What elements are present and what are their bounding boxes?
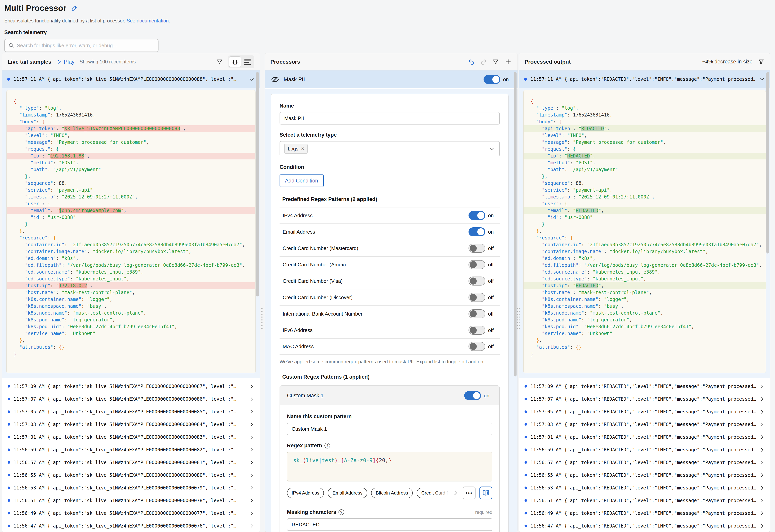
chevron-right-icon[interactable] [249,434,254,440]
pattern-toggle[interactable] [469,342,485,351]
chevron-right-icon[interactable] [759,485,765,491]
log-row[interactable]: 11:56:47 AM {"api_token":"sk_live_51NWz4… [5,520,257,531]
pattern-toggle[interactable] [469,309,485,318]
log-row[interactable]: 11:56:55 AM {"api_token":"sk_live_51NWz4… [5,470,257,481]
pattern-toggle[interactable] [469,293,485,302]
chevron-right-icon[interactable] [759,409,765,415]
regex-pattern-code[interactable]: sk_(live|test)_[A-Za-z0-9]{20,} [287,452,492,481]
log-row[interactable]: 11:56:51 AM {"api_token":"sk_live_51NWz4… [5,495,257,506]
log-row[interactable]: 11:56:59 AM {"api_token":"REDACTED","lev… [522,444,767,455]
log-row[interactable]: 11:57:03 AM {"api_token":"REDACTED","lev… [522,419,767,430]
log-row[interactable]: 11:57:05 AM {"api_token":"REDACTED","lev… [522,406,767,417]
pattern-toggle[interactable] [469,227,485,236]
list-view-button[interactable] [242,56,253,67]
search-box[interactable] [4,39,158,52]
chevron-down-icon[interactable] [759,76,765,82]
log-row[interactable]: 11:56:53 AM {"api_token":"REDACTED","lev… [522,482,767,493]
regex-suggestion-chip[interactable]: Email Address [328,488,367,498]
chevron-right-icon[interactable] [759,447,765,453]
see-documentation-link[interactable]: See documentation. [127,18,170,23]
masking-characters-input[interactable] [287,518,492,531]
chevron-right-icon[interactable] [759,523,765,529]
chevron-right-icon[interactable] [759,422,765,427]
live-tail-filter-button[interactable] [216,58,223,65]
redo-button[interactable] [480,58,487,65]
log-row[interactable]: 11:57:01 AM {"api_token":"REDACTED","lev… [522,431,767,443]
regex-suggestion-chip[interactable]: IPv4 Address [287,488,324,498]
chevron-right-icon[interactable] [249,409,254,415]
chevron-right-icon[interactable] [249,396,254,402]
custom-pattern-row[interactable]: Custom Mask 1 on [280,386,499,405]
undo-button[interactable] [468,58,475,65]
log-row[interactable]: 11:56:53 AM {"api_token":"sk_live_51NWz4… [5,482,257,493]
log-row[interactable]: 11:57:07 AM {"api_token":"REDACTED","lev… [522,393,767,405]
log-row[interactable]: 11:57:09 AM {"api_token":"sk_live_51NWz4… [5,381,257,392]
remove-chip-icon[interactable]: × [301,146,304,152]
chevron-right-icon[interactable] [249,523,254,529]
log-row[interactable]: 11:57:03 AM {"api_token":"sk_live_51NWz4… [5,419,257,430]
edit-title-icon[interactable] [71,4,78,12]
pattern-toggle[interactable] [469,326,485,335]
chevron-right-icon[interactable] [249,498,254,503]
regex-suggestion-chip[interactable]: Bitcoin Address [371,488,413,498]
chevron-down-icon[interactable] [248,76,255,82]
processor-name-input[interactable] [279,112,500,125]
log-row[interactable]: 11:57:05 AM {"api_token":"sk_live_51NWz4… [5,406,257,417]
log-row[interactable]: 11:57:09 AM {"api_token":"REDACTED","lev… [522,381,767,392]
add-processor-button[interactable] [504,58,512,66]
panel-resize-handle[interactable] [517,307,520,331]
telemetry-type-select[interactable]: Logs × [279,141,500,156]
processor-toggle[interactable] [484,75,500,84]
log-row[interactable]: 11:56:47 AM {"api_token":"REDACTED","lev… [522,520,767,531]
regex-suggestion-chip[interactable]: Credit Card Numb [417,488,448,498]
processors-filter-button[interactable] [492,58,499,65]
chevron-right-icon[interactable] [759,460,765,465]
log-row[interactable]: 11:56:57 AM {"api_token":"sk_live_51NWz4… [5,457,257,468]
live-tail-expanded-row[interactable]: 11:57:11 AM {"api_token":"sk_live_51NWz4… [2,70,260,88]
help-icon[interactable]: ? [338,509,344,515]
add-condition-button[interactable]: Add Condition [279,174,324,187]
pattern-toggle[interactable] [469,244,485,253]
chevron-right-icon[interactable] [759,498,765,503]
chevron-right-icon[interactable] [249,384,254,389]
pattern-toggle[interactable] [469,211,485,220]
search-input[interactable] [17,43,155,49]
log-row[interactable]: 11:56:59 AM {"api_token":"sk_live_51NWz4… [5,444,257,455]
chevron-right-icon[interactable] [759,384,765,389]
chips-scroll-right-icon[interactable] [452,490,459,496]
log-row[interactable]: 11:57:01 AM {"api_token":"sk_live_51NWz4… [5,431,257,443]
live-tail-scrollbar[interactable] [256,72,259,296]
chevron-right-icon[interactable] [249,511,254,516]
log-row[interactable]: 11:56:57 AM {"api_token":"REDACTED","lev… [522,457,767,468]
chevron-right-icon[interactable] [759,396,765,402]
chevron-right-icon[interactable] [759,511,765,516]
chevron-right-icon[interactable] [759,472,765,478]
panel-resize-handle[interactable] [260,307,264,331]
chevron-right-icon[interactable] [249,447,254,453]
pattern-toggle[interactable] [469,277,485,286]
chevron-right-icon[interactable] [249,472,254,478]
processor-row-mask-pii[interactable]: Mask PII on [265,70,518,88]
chevron-right-icon[interactable] [249,422,254,427]
chevron-right-icon[interactable] [759,434,765,440]
chevron-right-icon[interactable] [249,460,254,465]
processors-scrollbar[interactable] [514,72,517,376]
code-view-button[interactable]: {} [229,56,241,67]
processed-filter-button[interactable] [758,58,765,65]
log-row[interactable]: 11:56:55 AM {"api_token":"REDACTED","lev… [522,470,767,481]
processed-expanded-row[interactable]: 11:57:11 AM {"api_token":"REDACTED","lev… [519,70,770,88]
processed-scrollbar[interactable] [766,72,769,254]
log-row[interactable]: 11:56:51 AM {"api_token":"REDACTED","lev… [522,495,767,506]
more-patterns-button[interactable]: ••• [463,487,476,499]
custom-pattern-name-input[interactable] [287,423,492,435]
pattern-toggle[interactable] [469,260,485,269]
regex-reference-button[interactable] [480,487,492,499]
telemetry-chip-logs[interactable]: Logs × [284,144,308,154]
chevron-right-icon[interactable] [249,485,254,491]
log-row[interactable]: 11:56:49 AM {"api_token":"REDACTED","lev… [522,508,767,519]
play-button[interactable]: Play [56,59,74,65]
log-row[interactable]: 11:56:49 AM {"api_token":"sk_live_51NWz4… [5,508,257,519]
custom-pattern-toggle[interactable] [464,391,481,400]
log-row[interactable]: 11:57:07 AM {"api_token":"sk_live_51NWz4… [5,393,257,405]
help-icon[interactable]: ? [324,443,330,448]
